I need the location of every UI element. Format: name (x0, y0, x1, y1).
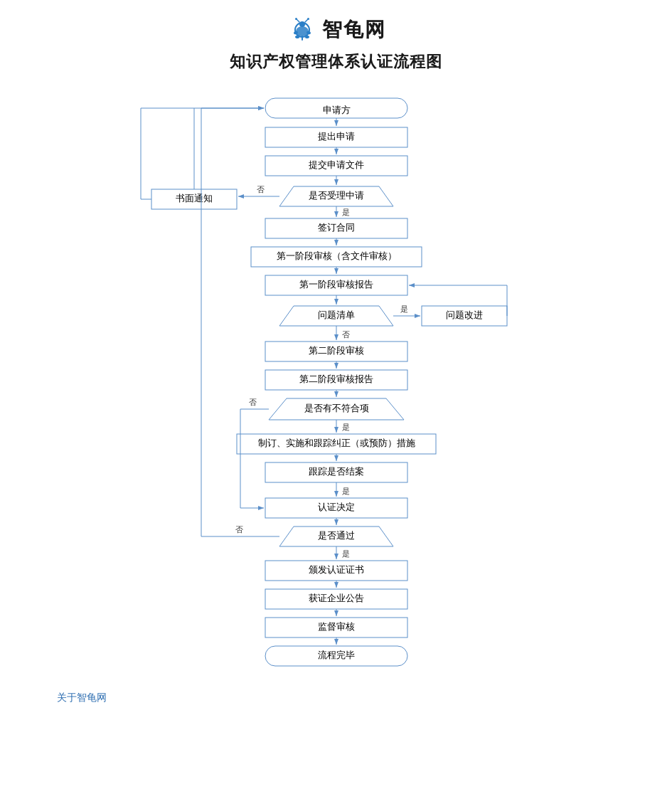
node-start: 申请方 (322, 105, 350, 115)
flowchart: 申请方 提出申请 提交申请文件 是否受理中请 书面通知 签订合同 第一阶段审核（… (87, 87, 585, 670)
label-n12-yes: 是 (342, 487, 350, 495)
label-n3-no: 否 (256, 185, 264, 194)
svg-line-5 (305, 19, 308, 22)
svg-point-6 (307, 18, 309, 20)
svg-point-4 (295, 18, 297, 20)
logo-icon (287, 14, 318, 46)
node-n9: 第二阶段审核报告 (299, 374, 373, 384)
label-n10-no: 否 (248, 398, 256, 406)
header: 智龟网 知识产权管理体系认证流程图 (230, 14, 442, 80)
label-n7-no: 否 (342, 330, 350, 339)
node-n17: 监督审核 (318, 621, 355, 632)
node-n11: 制订、实施和跟踪纠正（或预防）措施 (257, 438, 415, 448)
node-n1: 提出申请 (318, 131, 355, 142)
node-n7: 问题清单 (318, 309, 355, 320)
node-n5: 第一阶段审核（含文件审核） (276, 250, 396, 261)
node-n4: 签订合同 (318, 222, 355, 233)
label-n3-yes: 是 (342, 208, 350, 216)
label-n7-yes: 是 (400, 305, 407, 313)
node-n13: 认证决定 (318, 502, 355, 512)
page-title: 知识产权管理体系认证流程图 (230, 51, 442, 73)
node-n12: 跟踪是否结案 (309, 466, 364, 477)
node-n14: 是否通过 (318, 530, 355, 541)
label-n14-no: 否 (235, 525, 242, 534)
node-n2: 提交申请文件 (309, 159, 364, 170)
label-n10-yes: 是 (342, 423, 350, 431)
node-n10: 是否有不符合项 (304, 403, 368, 413)
label-n14-yes: 是 (342, 549, 350, 558)
logo-text: 智龟网 (322, 16, 386, 43)
svg-point-1 (299, 21, 305, 27)
node-n16: 获证企业公告 (309, 593, 364, 603)
node-n8: 第二阶段审核 (309, 345, 364, 356)
node-n3-no: 书面通知 (176, 193, 213, 203)
footer-link[interactable]: 关于智龟网 (57, 692, 107, 704)
page: 智龟网 知识产权管理体系认证流程图 (0, 0, 672, 799)
node-n3: 是否受理中请 (309, 190, 364, 201)
node-n6: 第一阶段审核报告 (299, 279, 373, 290)
logo: 智龟网 (287, 14, 386, 46)
node-end: 流程完毕 (318, 650, 355, 660)
node-n7-yes: 问题改进 (446, 309, 483, 320)
node-n15: 颁发认证证书 (309, 564, 364, 575)
svg-line-3 (297, 19, 299, 22)
svg-point-2 (296, 26, 309, 36)
